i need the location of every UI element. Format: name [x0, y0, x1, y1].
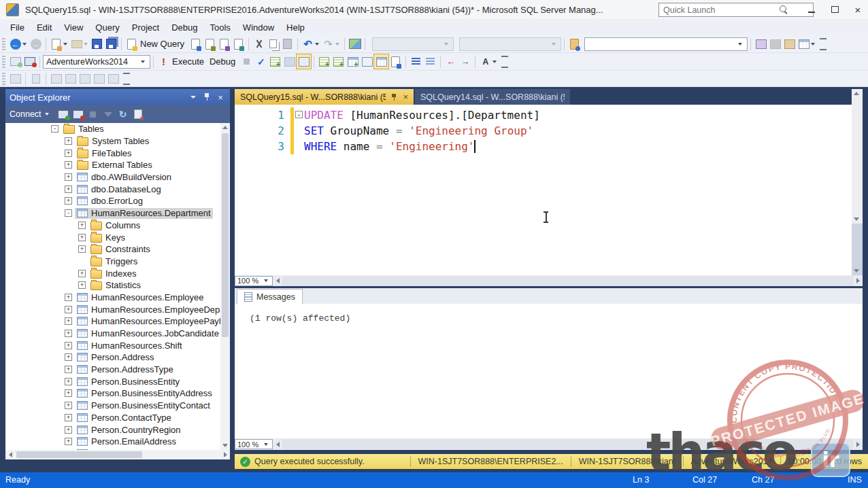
find-icon[interactable] — [567, 37, 582, 51]
tree-item[interactable]: +Constraints — [5, 243, 230, 256]
grid-dropdown-icon[interactable] — [811, 43, 815, 46]
tree-item[interactable]: +dbo.AWBuildVersion — [5, 171, 230, 184]
tree-expander[interactable]: + — [78, 234, 86, 241]
increase-indent-button[interactable] — [458, 54, 472, 69]
save-button[interactable] — [90, 37, 104, 51]
toolbar-grip[interactable] — [2, 56, 5, 68]
comment-button[interactable] — [409, 54, 423, 69]
tree-item[interactable]: +External Tables — [5, 159, 230, 171]
tree-expander[interactable]: + — [65, 150, 72, 157]
tree-expander[interactable]: + — [65, 426, 72, 434]
debug-button[interactable]: Debug — [210, 56, 235, 67]
scroll-right-icon[interactable] — [220, 450, 230, 459]
tree-expander[interactable]: - — [65, 209, 72, 217]
redo-dropdown-icon[interactable] — [335, 43, 339, 46]
tree-item[interactable]: +Person.EmailAddress — [5, 436, 230, 448]
tree-item[interactable]: +Statistics — [5, 279, 230, 292]
tree-item[interactable]: +Person.BusinessEntityContact — [5, 400, 230, 412]
tree-expander[interactable]: + — [65, 294, 72, 301]
tree-item[interactable]: +Person.ContactType — [5, 412, 230, 424]
pin-tab-icon[interactable] — [391, 93, 397, 101]
scroll-up-icon[interactable] — [852, 89, 861, 98]
tree-expander[interactable]: + — [65, 173, 72, 181]
tree-item[interactable]: +Columns — [5, 220, 230, 232]
tree-expander[interactable]: + — [65, 378, 72, 385]
scroll-down-icon[interactable] — [220, 441, 230, 450]
toolbox-button[interactable] — [782, 37, 797, 51]
code-snippets-button[interactable] — [754, 37, 768, 51]
menu-view[interactable]: View — [58, 20, 89, 35]
tree-item[interactable]: +Person.BusinessEntity — [5, 375, 230, 387]
query-options-button[interactable] — [282, 54, 297, 69]
parse-button[interactable] — [254, 54, 268, 69]
tree-expander[interactable]: + — [65, 366, 72, 373]
tree-item[interactable]: +HumanResources.EmployeePayHisto — [5, 315, 230, 328]
new-dropdown-icon[interactable] — [63, 43, 67, 46]
menu-query[interactable]: Query — [89, 20, 125, 35]
dmx-query-button[interactable] — [217, 37, 231, 51]
tree-item[interactable]: +Person.Address — [5, 351, 230, 364]
execute-button[interactable]: Execute — [172, 56, 204, 67]
tree-item[interactable]: +Keys — [5, 231, 230, 243]
tree-item[interactable]: +Person.AddressType — [5, 364, 230, 376]
menu-debug[interactable]: Debug — [165, 20, 203, 35]
editor-horizontal-scrollbar[interactable] — [282, 276, 853, 286]
find-combo[interactable] — [584, 37, 748, 51]
tab-messages[interactable]: Messages — [237, 289, 303, 304]
include-actual-plan-button[interactable] — [317, 54, 331, 69]
activity-monitor-button[interactable] — [348, 37, 362, 51]
results-to-grid-button[interactable] — [374, 54, 388, 69]
tree-expander[interactable]: + — [65, 317, 72, 325]
cut-button[interactable] — [252, 37, 266, 51]
properties-button[interactable] — [768, 37, 782, 51]
tree-item[interactable]: +dbo.DatabaseLog — [5, 183, 230, 195]
close-button[interactable]: × — [846, 0, 868, 19]
tree-expander[interactable]: - — [51, 125, 59, 133]
grid-button[interactable] — [797, 37, 811, 51]
messages-zoom-combo[interactable]: 100 % — [235, 439, 273, 449]
tree-expander[interactable]: + — [65, 197, 72, 205]
quick-launch-input[interactable] — [658, 3, 814, 17]
redo-button[interactable] — [321, 37, 335, 51]
connect-query-button[interactable] — [8, 54, 22, 69]
tree-item[interactable]: +Person.CountryRegion — [5, 423, 230, 436]
toolbar-overflow[interactable] — [501, 56, 508, 68]
minimize-button[interactable] — [800, 0, 823, 19]
new-query-button[interactable]: New Query — [140, 39, 184, 49]
tree-vertical-scrollbar[interactable] — [220, 123, 230, 450]
tree-item[interactable]: +FileTables — [5, 147, 230, 159]
tree-item[interactable]: +System Tables — [5, 135, 230, 147]
tree-expander[interactable]: + — [65, 414, 72, 421]
database-engine-query-button[interactable] — [188, 37, 203, 51]
copy-button[interactable] — [266, 37, 280, 51]
include-client-statistics-button[interactable] — [346, 54, 360, 69]
scroll-left-icon[interactable] — [5, 450, 15, 459]
tree-expander[interactable]: + — [65, 402, 72, 409]
code-line[interactable]: 1-UPDATE [HumanResources].[Department] — [235, 107, 863, 123]
close-tab-icon[interactable]: × — [403, 92, 408, 102]
menu-help[interactable]: Help — [280, 20, 311, 35]
case-dropdown-icon[interactable] — [493, 60, 497, 63]
tree-expander[interactable]: + — [65, 137, 72, 145]
back-dropdown-icon[interactable] — [22, 43, 27, 46]
tree-expander[interactable]: + — [78, 222, 86, 229]
tree-expander[interactable]: + — [78, 245, 86, 253]
tree-expander[interactable]: + — [65, 186, 72, 193]
database-combo[interactable]: AdventureWorks2014 — [43, 55, 150, 69]
navigate-back-button[interactable] — [8, 37, 22, 51]
object-explorer-tree[interactable]: -Tables+System Tables+FileTables+Externa… — [5, 123, 230, 450]
tree-item[interactable]: -Tables — [5, 123, 230, 135]
save-all-button[interactable] — [104, 37, 118, 51]
code-line[interactable]: 3WHERE name = 'Engineering' — [235, 139, 863, 154]
scroll-thumb[interactable] — [222, 133, 229, 337]
maximize-button[interactable] — [823, 0, 846, 19]
tree-expander[interactable]: + — [65, 306, 72, 313]
decrease-indent-button[interactable] — [444, 54, 458, 69]
tree-item[interactable]: +Triggers — [5, 256, 230, 268]
menu-project[interactable]: Project — [126, 20, 165, 35]
menu-window[interactable]: Window — [237, 20, 280, 35]
scroll-down-icon[interactable] — [852, 266, 861, 275]
undo-dropdown-icon[interactable] — [315, 43, 319, 46]
open-dropdown-icon[interactable] — [84, 43, 88, 46]
tab-sqlquery14[interactable]: SQLQuery14.sql - W...SOR888\kiani (53))* — [415, 89, 570, 105]
